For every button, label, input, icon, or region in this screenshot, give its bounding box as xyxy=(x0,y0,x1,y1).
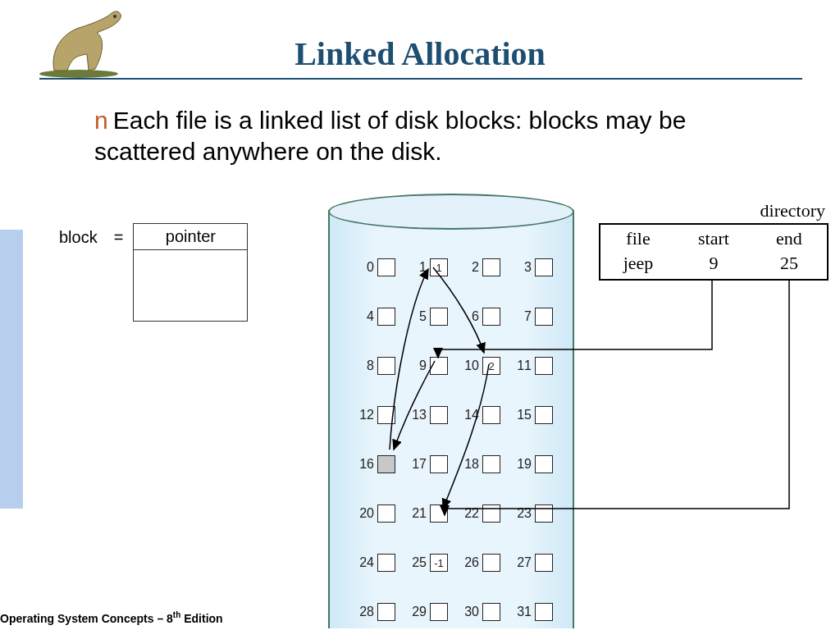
block-number: 20 xyxy=(359,506,374,521)
block-square xyxy=(377,406,395,424)
block-square xyxy=(482,406,500,424)
block-square xyxy=(377,357,395,375)
slide-footer: Operating System Concepts – 8th Edition xyxy=(0,610,223,625)
block-square xyxy=(535,357,553,375)
dir-start: 9 xyxy=(676,251,751,279)
block-number: 8 xyxy=(367,358,374,373)
disk-cell: 0 xyxy=(346,244,395,290)
block-square xyxy=(535,603,553,621)
disk-cell: 30 xyxy=(451,589,500,630)
disk-cell: 27 xyxy=(504,540,553,586)
block-square: 1 xyxy=(430,258,448,276)
disk-cell: 11 xyxy=(504,343,553,389)
equals-sign: = xyxy=(98,223,134,247)
disk-cell: 14 xyxy=(451,392,500,438)
block-square xyxy=(535,455,553,473)
disk-cell: 18 xyxy=(451,441,500,487)
disk-cell: 19 xyxy=(504,441,553,487)
block-number: 1 xyxy=(419,260,427,275)
disk-cell: 4 xyxy=(346,294,395,340)
block-number: 5 xyxy=(419,309,427,324)
dir-hdr-start: start xyxy=(676,225,751,251)
disk-cell: 8 xyxy=(346,343,395,389)
disk-cell: 17 xyxy=(399,441,448,487)
directory-data-row: jeep 9 25 xyxy=(600,251,827,279)
block-number: 21 xyxy=(412,506,427,521)
disk-cell: 20 xyxy=(346,491,395,536)
footer-prefix: Operating System Concepts – 8 xyxy=(0,612,173,625)
block-square xyxy=(377,258,395,276)
block-square xyxy=(535,504,553,523)
disk-cell: 28 xyxy=(346,589,395,630)
disk-cell: 24 xyxy=(346,540,395,586)
block-number: 19 xyxy=(517,457,532,472)
block-number: 29 xyxy=(412,605,427,619)
block-square xyxy=(482,504,500,523)
block-square xyxy=(535,406,553,424)
dir-end: 25 xyxy=(751,251,827,279)
footer-sup: th xyxy=(173,610,180,619)
block-number: 15 xyxy=(517,408,532,422)
disk-cell: 12 xyxy=(346,392,395,438)
block-number: 9 xyxy=(419,358,427,373)
block-number: 11 xyxy=(517,358,532,373)
block-square xyxy=(430,308,448,326)
block-number: 4 xyxy=(367,309,374,324)
disk-cell: 31 xyxy=(504,589,553,630)
disk-cylinder: 0112345678910211121314151617181920212223… xyxy=(328,194,574,628)
disk-cell: 7 xyxy=(504,294,553,340)
block-square xyxy=(482,603,500,621)
directory-table: file start end jeep 9 25 xyxy=(599,223,829,281)
block-definition: block = pointer xyxy=(59,223,248,322)
disk-blocks-grid: 0112345678910211121314151617181920212223… xyxy=(346,244,556,630)
block-square: -1 xyxy=(430,554,448,572)
block-square xyxy=(535,308,553,326)
block-number: 22 xyxy=(464,506,479,521)
block-label: block xyxy=(59,223,98,247)
cylinder-top xyxy=(328,194,574,230)
block-square: 2 xyxy=(482,357,500,375)
disk-cell: 29 xyxy=(399,589,448,630)
block-number: 17 xyxy=(412,457,427,472)
block-body xyxy=(134,250,247,321)
block-number: 26 xyxy=(464,555,479,570)
block-number: 10 xyxy=(464,358,479,373)
block-number: 7 xyxy=(524,309,532,324)
block-square xyxy=(377,603,395,621)
disk-cell: 22 xyxy=(451,491,500,536)
title-rule xyxy=(39,78,802,80)
block-square xyxy=(482,554,500,572)
dir-hdr-end: end xyxy=(751,225,827,251)
block-square xyxy=(430,504,448,523)
block-square xyxy=(377,504,395,523)
block-square xyxy=(377,455,395,473)
block-square xyxy=(430,357,448,375)
block-number: 28 xyxy=(359,605,374,619)
block-number: 14 xyxy=(464,408,479,422)
dir-hdr-file: file xyxy=(600,225,676,251)
block-number: 27 xyxy=(517,555,532,570)
block-square xyxy=(482,308,500,326)
block-number: 12 xyxy=(359,408,374,422)
disk-cell: 2 xyxy=(451,244,500,290)
block-number: 18 xyxy=(464,457,479,472)
block-square xyxy=(377,554,395,572)
block-number: 2 xyxy=(472,260,479,275)
dir-file: jeep xyxy=(600,251,676,279)
disk-cell: 15 xyxy=(504,392,553,438)
footer-suffix: Edition xyxy=(180,612,222,625)
disk-cell: 25-1 xyxy=(399,540,448,586)
disk-cell: 16 xyxy=(346,441,395,487)
body-paragraph: nEach file is a linked list of disk bloc… xyxy=(94,105,767,167)
block-number: 0 xyxy=(367,260,374,275)
block-number: 23 xyxy=(517,506,532,521)
block-square xyxy=(482,258,500,276)
block-number: 31 xyxy=(517,605,532,619)
block-number: 6 xyxy=(472,309,479,324)
block-square xyxy=(430,603,448,621)
block-square xyxy=(535,554,553,572)
block-number: 13 xyxy=(412,408,427,422)
block-square xyxy=(535,258,553,276)
disk-cell: 6 xyxy=(451,294,500,340)
block-number: 30 xyxy=(464,605,479,619)
